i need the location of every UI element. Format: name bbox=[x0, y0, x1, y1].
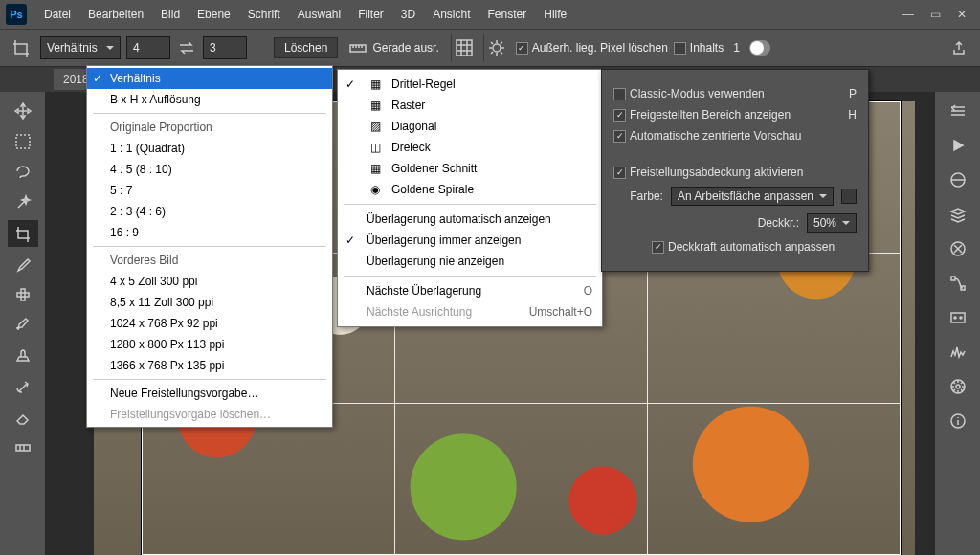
classic-mode-checkbox[interactable]: Classic-Modus verwendenP bbox=[613, 87, 857, 100]
delete-cropped-label: Außerh. lieg. Pixel löschen bbox=[532, 41, 668, 55]
overlay-golden-spiral[interactable]: ◉Goldene Spirale bbox=[338, 179, 602, 200]
brush-tool[interactable] bbox=[8, 312, 38, 339]
eraser-tool[interactable] bbox=[8, 404, 38, 431]
shield-color-select[interactable]: An Arbeitsfläche anpassen bbox=[671, 187, 834, 206]
properties-panel-icon[interactable] bbox=[943, 304, 973, 331]
adjustments-panel-icon[interactable] bbox=[943, 339, 973, 366]
history-count: 1 bbox=[733, 41, 740, 55]
svg-rect-11 bbox=[951, 313, 965, 322]
ratio-option-2-3[interactable]: 2 : 3 (4 : 6) bbox=[87, 201, 332, 222]
clear-button[interactable]: Löschen bbox=[274, 37, 338, 58]
auto-opacity-checkbox[interactable]: Deckkraft automatisch anpassen bbox=[652, 240, 857, 254]
swap-dimensions-button[interactable] bbox=[176, 36, 197, 59]
show-cropped-checkbox[interactable]: Freigestellten Bereich anzeigenH bbox=[613, 108, 857, 122]
styles-panel-icon[interactable] bbox=[943, 373, 973, 400]
content-aware-label: Inhalts bbox=[690, 41, 724, 55]
overlay-grid[interactable]: ▦Raster bbox=[338, 95, 602, 116]
ratio-option-wxh[interactable]: B x H x Auflösung bbox=[87, 89, 332, 110]
window-controls: — ▭ ✕ bbox=[896, 5, 974, 24]
move-tool[interactable] bbox=[8, 98, 38, 124]
menu-type[interactable]: Schrift bbox=[240, 4, 288, 25]
crop-width-input[interactable]: 4 bbox=[126, 36, 170, 59]
color-panel-icon[interactable] bbox=[943, 166, 973, 193]
overlay-diagonal[interactable]: ▨Diagonal bbox=[338, 116, 602, 137]
lasso-tool[interactable] bbox=[8, 159, 38, 186]
ratio-header-original: Originale Proportion bbox=[87, 117, 332, 138]
ratio-option-ratio[interactable]: Verhältnis bbox=[87, 68, 332, 89]
menu-view[interactable]: Ansicht bbox=[425, 4, 478, 25]
menu-select[interactable]: Auswahl bbox=[290, 4, 348, 25]
minimize-button[interactable]: — bbox=[896, 5, 921, 24]
enable-shield-checkbox[interactable]: Freistellungsabdeckung aktivieren bbox=[613, 166, 857, 179]
overlay-next[interactable]: Nächste ÜberlagerungO bbox=[338, 280, 602, 301]
paths-panel-icon[interactable] bbox=[943, 270, 973, 297]
grid-thirds-icon: ▦ bbox=[367, 78, 384, 91]
menu-3d[interactable]: 3D bbox=[393, 4, 423, 25]
spiral-icon: ◉ bbox=[367, 183, 384, 196]
menu-help[interactable]: Hilfe bbox=[536, 4, 574, 25]
auto-center-checkbox[interactable]: Automatische zentrierte Vorschau bbox=[613, 129, 857, 143]
content-aware-checkbox[interactable]: Inhalts bbox=[674, 41, 724, 55]
toggle-switch[interactable] bbox=[749, 40, 770, 56]
options-bar: Verhältnis 4 3 Löschen Gerade ausr. Auße… bbox=[0, 29, 980, 67]
overlay-always-show[interactable]: Überlagerung immer anzeigen bbox=[338, 230, 602, 251]
menu-layer[interactable]: Ebene bbox=[189, 4, 238, 25]
panel-icon[interactable] bbox=[943, 98, 973, 124]
ratio-option-4-5[interactable]: 4 : 5 (8 : 10) bbox=[87, 159, 332, 180]
overlay-triangle[interactable]: ◫Dreieck bbox=[338, 137, 602, 158]
shield-opacity-select[interactable]: 50% bbox=[807, 213, 857, 233]
crop-tool[interactable] bbox=[8, 220, 38, 247]
overlay-auto-show[interactable]: Überlagerung automatisch anzeigen bbox=[338, 209, 602, 230]
channels-panel-icon[interactable] bbox=[943, 235, 973, 262]
new-crop-preset[interactable]: Neue Freistellungsvorgabe… bbox=[87, 383, 332, 404]
delete-cropped-checkbox[interactable]: Außerh. lieg. Pixel löschen bbox=[516, 41, 668, 55]
crop-settings-button[interactable] bbox=[483, 34, 510, 61]
maximize-button[interactable]: ▭ bbox=[923, 5, 947, 24]
ratio-preset-4[interactable]: 1280 x 800 Px 113 ppi bbox=[87, 334, 332, 355]
menu-edit[interactable]: Bearbeiten bbox=[80, 4, 151, 25]
menu-file[interactable]: Datei bbox=[36, 4, 78, 25]
layers-panel-icon[interactable] bbox=[943, 201, 973, 228]
close-button[interactable]: ✕ bbox=[949, 5, 974, 24]
gradient-tool[interactable] bbox=[8, 434, 38, 461]
overlay-rule-of-thirds[interactable]: ▦Drittel-Regel bbox=[338, 74, 602, 95]
ratio-dropdown[interactable]: Verhältnis bbox=[40, 36, 121, 59]
overlay-grid-button[interactable] bbox=[451, 34, 478, 61]
menu-window[interactable]: Fenster bbox=[480, 4, 535, 25]
menu-filter[interactable]: Filter bbox=[350, 4, 391, 25]
crop-settings-popover: Classic-Modus verwendenP Freigestellten … bbox=[601, 69, 869, 272]
overlay-never-show[interactable]: Überlagerung nie anzeigen bbox=[338, 251, 602, 272]
overlay-options-menu: ▦Drittel-Regel ▦Raster ▨Diagonal ◫Dreiec… bbox=[337, 69, 603, 327]
magic-wand-tool[interactable] bbox=[8, 189, 38, 216]
color-swatch[interactable] bbox=[841, 189, 857, 204]
straighten-button[interactable]: Gerade ausr. bbox=[344, 41, 444, 55]
ratio-preset-2[interactable]: 8,5 x 11 Zoll 300 ppi bbox=[87, 292, 332, 313]
history-brush-tool[interactable] bbox=[8, 373, 38, 400]
info-panel-icon[interactable] bbox=[943, 408, 973, 434]
svg-rect-6 bbox=[16, 445, 30, 451]
menu-image[interactable]: Bild bbox=[153, 4, 188, 25]
clone-stamp-tool[interactable] bbox=[8, 343, 38, 369]
crop-height-input[interactable]: 3 bbox=[203, 36, 247, 59]
delete-crop-preset: Freistellungsvorgabe löschen… bbox=[87, 404, 332, 425]
ratio-header-front: Vorderes Bild bbox=[87, 250, 332, 271]
ratio-option-1-1[interactable]: 1 : 1 (Quadrat) bbox=[87, 138, 332, 159]
svg-point-13 bbox=[960, 317, 962, 319]
play-icon[interactable] bbox=[943, 132, 973, 159]
overlay-golden-ratio[interactable]: ▦Goldener Schnitt bbox=[338, 158, 602, 179]
healing-brush-tool[interactable] bbox=[8, 281, 38, 308]
marquee-tool[interactable] bbox=[8, 128, 38, 155]
share-icon[interactable] bbox=[946, 34, 972, 61]
ratio-preset-5[interactable]: 1366 x 768 Px 135 ppi bbox=[87, 355, 332, 376]
checkbox-icon bbox=[674, 42, 686, 55]
diagonal-icon: ▨ bbox=[367, 120, 384, 133]
svg-point-2 bbox=[493, 44, 501, 52]
svg-point-12 bbox=[954, 317, 956, 319]
eyedropper-tool[interactable] bbox=[8, 251, 38, 278]
ratio-preset-1[interactable]: 4 x 5 Zoll 300 ppi bbox=[87, 271, 332, 292]
ratio-option-16-9[interactable]: 16 : 9 bbox=[87, 222, 332, 243]
ratio-preset-3[interactable]: 1024 x 768 Px 92 ppi bbox=[87, 313, 332, 334]
ratio-option-5-7[interactable]: 5 : 7 bbox=[87, 180, 332, 201]
chevron-down-icon bbox=[106, 46, 114, 54]
menubar: Datei Bearbeiten Bild Ebene Schrift Ausw… bbox=[36, 4, 896, 25]
